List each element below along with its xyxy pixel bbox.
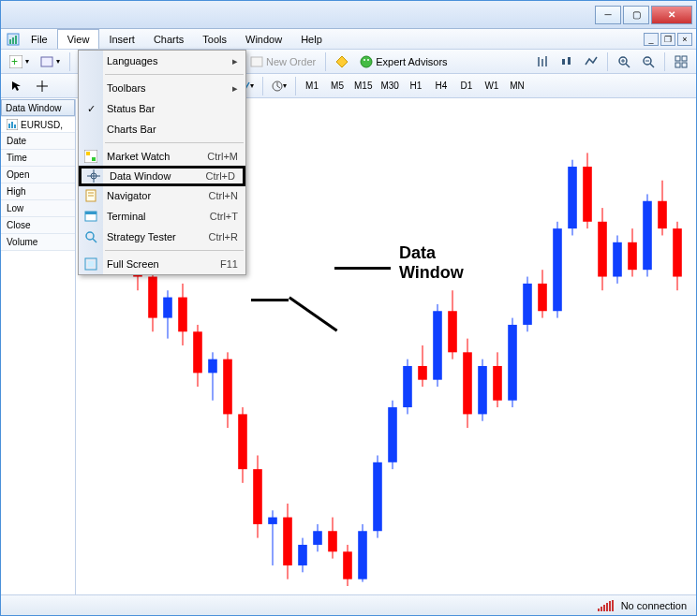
svg-rect-59 bbox=[238, 414, 247, 469]
data-symbol-row: EURUSD, bbox=[1, 116, 75, 133]
profiles-button[interactable]: ▾ bbox=[36, 51, 65, 72]
svg-line-33 bbox=[277, 86, 280, 88]
svg-rect-101 bbox=[553, 228, 562, 311]
svg-rect-111 bbox=[628, 242, 637, 270]
check-icon: ✓ bbox=[82, 103, 99, 115]
minimize-button[interactable]: ─ bbox=[595, 6, 621, 24]
menu-tools[interactable]: Tools bbox=[193, 29, 236, 49]
svg-rect-85 bbox=[433, 311, 442, 379]
svg-rect-87 bbox=[448, 311, 457, 352]
data-row-high: High bbox=[1, 183, 75, 200]
svg-text:+: + bbox=[11, 55, 18, 68]
timeframe-m5[interactable]: M5 bbox=[325, 77, 349, 95]
menuitem-strategy-tester[interactable]: Strategy TesterCtrl+R bbox=[79, 227, 245, 247]
svg-rect-132 bbox=[88, 261, 94, 267]
new-chart-button[interactable]: +▾ bbox=[5, 51, 34, 72]
svg-rect-16 bbox=[568, 57, 571, 65]
data-window-tab[interactable]: Data Window bbox=[1, 99, 75, 116]
svg-rect-27 bbox=[682, 63, 687, 67]
menuitem-charts-bar[interactable]: Charts Bar bbox=[79, 119, 245, 139]
mdi-minimize-button[interactable]: _ bbox=[644, 33, 659, 46]
tile-windows-button[interactable] bbox=[670, 51, 692, 72]
timeframe-h1[interactable]: H1 bbox=[404, 77, 428, 95]
svg-rect-77 bbox=[373, 462, 382, 531]
app-window: ─ ▢ ✕ File View Insert Charts Tools Wind… bbox=[0, 0, 697, 616]
svg-rect-115 bbox=[658, 201, 667, 228]
svg-rect-120 bbox=[92, 157, 96, 161]
svg-rect-24 bbox=[675, 56, 680, 61]
mdi-controls: _ ❐ × bbox=[644, 29, 696, 49]
menuitem-full-screen[interactable]: Full ScreenF11 bbox=[79, 254, 245, 274]
menuitem-toolbars[interactable]: Toolbars▸ bbox=[79, 78, 245, 98]
timeframe-m1[interactable]: M1 bbox=[300, 77, 324, 95]
svg-rect-99 bbox=[538, 284, 547, 311]
mdi-restore-button[interactable]: ❐ bbox=[660, 33, 675, 46]
svg-rect-53 bbox=[193, 331, 202, 373]
zoom-in-button[interactable] bbox=[613, 51, 635, 72]
data-row-open: Open bbox=[1, 167, 75, 183]
menu-bar: File View Insert Charts Tools Window Hel… bbox=[1, 29, 696, 50]
svg-rect-81 bbox=[403, 366, 412, 407]
svg-rect-91 bbox=[478, 366, 487, 414]
menu-insert[interactable]: Insert bbox=[99, 29, 144, 49]
menuitem-terminal[interactable]: TerminalCtrl+T bbox=[79, 206, 245, 227]
menuitem-languages[interactable]: Languages▸ bbox=[79, 51, 245, 71]
full-screen-icon bbox=[82, 257, 99, 271]
crosshair-tool[interactable] bbox=[30, 77, 54, 95]
timeframe-w1[interactable]: W1 bbox=[480, 77, 504, 95]
close-button[interactable]: ✕ bbox=[651, 6, 692, 24]
svg-rect-79 bbox=[388, 407, 397, 462]
periodicity-button[interactable]: ▾ bbox=[267, 77, 291, 95]
svg-rect-25 bbox=[682, 56, 687, 61]
svg-rect-113 bbox=[643, 201, 652, 270]
svg-rect-73 bbox=[343, 551, 352, 579]
svg-point-129 bbox=[86, 232, 94, 240]
svg-rect-71 bbox=[328, 531, 337, 551]
terminal-icon bbox=[82, 210, 99, 223]
menu-file[interactable]: File bbox=[22, 29, 57, 49]
zoom-out-button[interactable] bbox=[637, 51, 660, 72]
new-order-button[interactable]: New Order bbox=[245, 51, 320, 72]
candle-chart-button[interactable] bbox=[556, 51, 578, 72]
navigator-icon bbox=[82, 189, 99, 202]
mdi-close-button[interactable]: × bbox=[677, 33, 692, 46]
menuitem-data-window[interactable]: Data WindowCtrl+D bbox=[79, 166, 245, 186]
timeframe-m15[interactable]: M15 bbox=[350, 77, 376, 95]
menu-help[interactable]: Help bbox=[291, 29, 332, 49]
connection-status: No connection bbox=[621, 600, 687, 611]
strategy-tester-icon bbox=[82, 230, 99, 243]
metaquotes-button[interactable] bbox=[331, 51, 353, 72]
svg-rect-109 bbox=[613, 242, 622, 277]
menuitem-navigator[interactable]: NavigatorCtrl+N bbox=[79, 185, 245, 206]
menu-view[interactable]: View bbox=[57, 29, 100, 49]
svg-rect-61 bbox=[253, 469, 262, 524]
cursor-tool[interactable] bbox=[5, 77, 29, 95]
timeframe-m30[interactable]: M30 bbox=[377, 77, 402, 95]
timeframe-h4[interactable]: H4 bbox=[429, 77, 453, 95]
svg-rect-107 bbox=[598, 222, 607, 277]
svg-line-22 bbox=[650, 64, 654, 67]
svg-rect-69 bbox=[313, 531, 322, 545]
maximize-button[interactable]: ▢ bbox=[623, 6, 649, 24]
expert-advisors-button[interactable]: Expert Advisors bbox=[355, 51, 452, 72]
menuitem-market-watch[interactable]: Market WatchCtrl+M bbox=[79, 146, 245, 167]
bar-chart-button[interactable] bbox=[531, 51, 554, 72]
menu-window[interactable]: Window bbox=[236, 29, 291, 49]
menuitem-status-bar[interactable]: ✓Status Bar bbox=[79, 98, 245, 119]
svg-rect-65 bbox=[283, 518, 292, 565]
svg-rect-35 bbox=[8, 124, 10, 128]
svg-rect-83 bbox=[418, 366, 427, 380]
line-chart-button[interactable] bbox=[580, 51, 602, 72]
svg-point-10 bbox=[363, 59, 365, 61]
timeframe-mn[interactable]: MN bbox=[505, 77, 529, 95]
app-icon bbox=[5, 29, 22, 49]
svg-rect-36 bbox=[11, 122, 13, 128]
svg-marker-28 bbox=[12, 81, 21, 91]
svg-rect-75 bbox=[358, 531, 367, 579]
svg-rect-93 bbox=[493, 366, 502, 401]
data-window-panel: Data Window EURUSD, Date Time Open High … bbox=[1, 99, 76, 594]
titlebar: ─ ▢ ✕ bbox=[1, 1, 696, 29]
menu-charts[interactable]: Charts bbox=[144, 29, 193, 49]
svg-rect-3 bbox=[15, 36, 17, 44]
timeframe-d1[interactable]: D1 bbox=[454, 77, 479, 95]
